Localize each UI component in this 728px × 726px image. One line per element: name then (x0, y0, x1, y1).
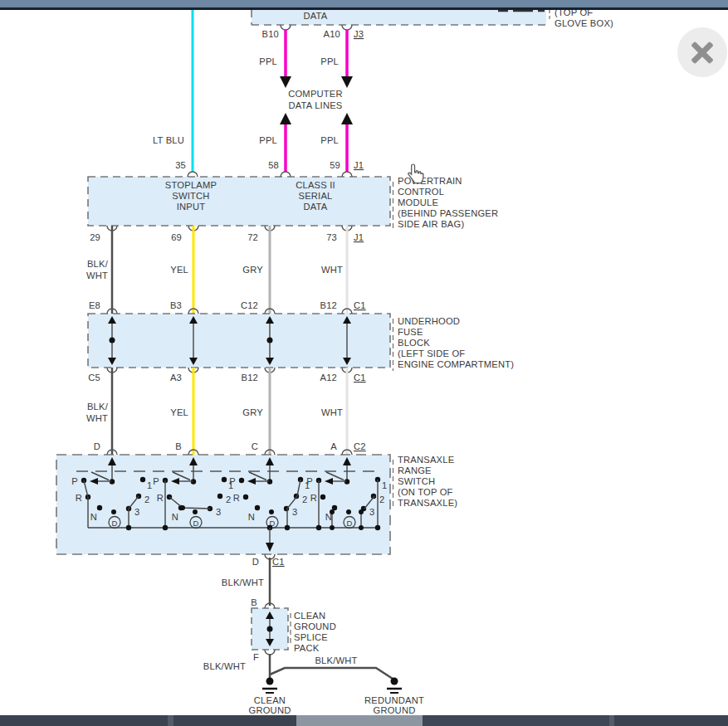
pcm-serial-line3: DATA (304, 202, 328, 212)
connector-label-c1: C1 (354, 300, 366, 310)
fuse-name-line2: FUSE (398, 327, 423, 337)
switch-name-line4: (ON TOP OF (398, 487, 453, 497)
contact-label-r: R (76, 493, 82, 503)
splice-name-line2: GROUND (294, 621, 336, 631)
top-bar (0, 0, 728, 10)
contact-label-3: 3 (134, 507, 139, 517)
switch-output-pins: D C1 (252, 557, 285, 567)
wires-pcm-to-fuse: BLK/ WHT YEL GRY WHT (86, 226, 347, 314)
pcm-input-line1: STOPLAMP (165, 180, 217, 190)
pin-label-c: C (252, 441, 258, 451)
contact-label-n: N (90, 512, 97, 522)
fuse-name-line1: UNDERHOOD (398, 316, 460, 326)
pin-label-72: 72 (247, 232, 258, 242)
arrow-down-icon (341, 76, 353, 88)
contact-label-2: 2 (144, 495, 149, 504)
pin-label-b-in: B (251, 597, 257, 607)
ground-path: BLK/WHT B CLEAN GROUND SPLICE PACK F BLK… (203, 558, 424, 715)
switch-name-line2: RANGE (398, 465, 432, 475)
pcm-name-line2: CONTROL (398, 187, 444, 197)
fuse-name-line5: ENGINE COMPARTMENT) (398, 359, 514, 369)
pcm-input-line3: INPUT (177, 202, 206, 212)
pin-label-b12: B12 (241, 373, 258, 382)
connector-label-c1: C1 (272, 557, 285, 567)
pin-label-35: 35 (175, 160, 186, 170)
clean-ground-label-line1: CLEAN (254, 695, 286, 705)
wire-color-label-ppl: PPL (259, 135, 277, 145)
pin-label-73: 73 (326, 232, 337, 242)
wire-color-label-blkwht: BLK/WHT (315, 655, 357, 665)
fuse-block-box: UNDERHOOD FUSE BLOCK (LEFT SIDE OF ENGIN… (88, 309, 514, 373)
taskbar-divider (168, 715, 173, 726)
wire-color-label-ppl: PPL (320, 135, 339, 145)
taskbar-segment[interactable] (423, 715, 609, 726)
pin-label-a12: A12 (320, 373, 337, 382)
pin-label-d-out: D (252, 557, 259, 567)
taskbar-segment[interactable] (614, 715, 728, 726)
wire-blkwht-branch (270, 668, 393, 679)
connector-label-j1: J1 (354, 160, 364, 170)
range-switch-box: P R N D 1 2 3 (56, 450, 457, 559)
taskbar-segment-active[interactable] (296, 715, 423, 726)
wire-color-label-blk: BLK/ (87, 259, 109, 269)
pin-label-c12: C12 (241, 300, 258, 310)
arrow-up-icon (280, 113, 291, 124)
wire-color-label-yel: YEL (170, 265, 188, 275)
pcm-name-line1: POWERTRAIN (398, 176, 462, 186)
splice-name-line3: SPLICE (294, 632, 328, 642)
pcm-bottom-pins: 29 69 72 73 J1 (90, 232, 364, 242)
taskbar-segment[interactable] (173, 715, 296, 726)
wire-color-label-blkwht: BLK/WHT (203, 661, 246, 671)
fuse-bottom-pins: C5 A3 B12 A12 C1 (88, 373, 365, 382)
glovebox-module: DATA (TOP OF GLOVE BOX) B10 A10 J3 (252, 7, 613, 39)
computer-data-lines-group: PPL PPL COMPUTER DATA LINES PPL PPL (259, 30, 353, 172)
connector-label-c1: C1 (354, 373, 366, 382)
contact-label-d: D (111, 519, 117, 528)
pcm-serial-line2: SERIAL (299, 191, 333, 201)
wire-color-label-ppl: PPL (259, 56, 277, 66)
fuse-name-line3: BLOCK (398, 338, 430, 348)
pin-label-d: D (94, 441, 100, 451)
arrow-down-icon (280, 76, 291, 88)
wire-color-label-wht: WHT (86, 270, 108, 280)
clean-ground-symbol (262, 678, 277, 694)
pin-label-a10: A10 (323, 29, 340, 39)
fuse-name-line4: (LEFT SIDE OF (398, 348, 465, 358)
contact-label-1: 1 (147, 480, 152, 490)
wire-color-label-blk: BLK/ (87, 402, 109, 412)
wire-color-label-gry: GRY (242, 265, 263, 275)
pcm-box: STOPLAMP SWITCH INPUT CLASS II SERIAL DA… (88, 172, 498, 231)
clean-ground-label-line2: GROUND (249, 705, 291, 715)
wire-color-label-yel: YEL (170, 407, 188, 417)
pin-label-b12: B12 (320, 300, 337, 310)
pcm-top-pins: 35 58 59 J1 (175, 160, 364, 170)
close-button[interactable] (677, 27, 727, 77)
computer-data-lines-line2: DATA LINES (289, 100, 343, 110)
connector-label-j3: J3 (354, 29, 364, 39)
pcm-name-line4: (BEHIND PASSENGER (398, 208, 498, 218)
wire-color-label-ltblu: LT BLU (153, 135, 184, 145)
redundant-ground-label-line2: GROUND (374, 705, 416, 715)
switch-name-line1: TRANSAXLE (398, 455, 454, 465)
wire-color-label-wht: WHT (86, 413, 108, 423)
computer-data-lines-line1: COMPUTER (288, 89, 343, 99)
taskbar-segment[interactable] (0, 715, 168, 726)
wiring-diagram: DATA (TOP OF GLOVE BOX) B10 A10 J3 LT BL… (0, 0, 728, 726)
pin-label-c5: C5 (88, 373, 100, 382)
pin-label-a3: A3 (170, 373, 182, 382)
diagram-viewer: DATA (TOP OF GLOVE BOX) B10 A10 J3 LT BL… (0, 0, 728, 726)
wire-color-label-ppl: PPL (320, 56, 339, 66)
pin-label-b10: B10 (261, 29, 279, 39)
connector-label-j1: J1 (354, 232, 364, 242)
redundant-ground-label-line1: REDUNDANT (364, 695, 424, 705)
glovebox-module-partial-label: DATA (304, 11, 328, 21)
connector-label-c2: C2 (354, 441, 366, 451)
pin-label-b3: B3 (170, 300, 182, 310)
contact-label-p: P (71, 476, 78, 486)
pin-label-29: 29 (90, 232, 100, 242)
arrow-up-icon (341, 113, 353, 124)
pin-label-f-out: F (253, 652, 259, 662)
switch-name-line3: SWITCH (398, 476, 435, 486)
pin-label-a: A (330, 441, 337, 451)
pin-label-58: 58 (268, 160, 279, 170)
